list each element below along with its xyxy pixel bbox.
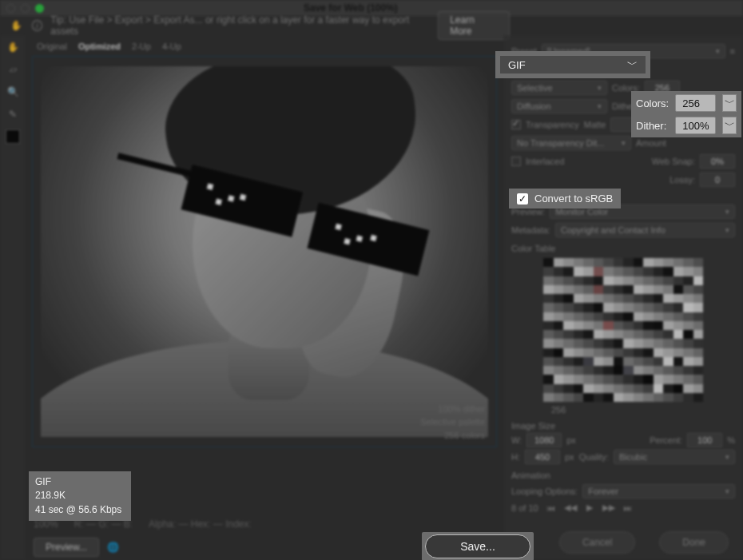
color-swatch[interactable] (603, 330, 614, 339)
color-swatch[interactable] (673, 258, 684, 267)
color-swatch[interactable] (543, 294, 554, 303)
color-swatch[interactable] (574, 348, 584, 357)
color-swatch[interactable] (583, 384, 594, 393)
color-swatch[interactable] (683, 258, 693, 267)
color-swatch[interactable] (563, 321, 574, 330)
color-swatch[interactable] (683, 366, 693, 375)
color-swatch[interactable] (554, 303, 564, 312)
color-swatch[interactable] (543, 303, 554, 312)
color-swatch[interactable] (683, 330, 693, 339)
color-swatch[interactable] (673, 375, 684, 383)
color-swatch[interactable] (603, 258, 614, 267)
color-swatch[interactable] (543, 321, 554, 330)
color-swatch[interactable] (663, 393, 673, 402)
color-swatch[interactable] (603, 393, 614, 402)
preset-menu-icon[interactable]: ≡ (730, 46, 735, 56)
color-swatch[interactable] (554, 267, 564, 276)
tab-4up[interactable]: 4-Up (162, 42, 181, 51)
color-swatch[interactable] (693, 276, 704, 285)
color-swatch[interactable] (563, 303, 574, 312)
color-swatch[interactable] (634, 294, 644, 303)
color-swatch[interactable] (673, 285, 684, 294)
quality-select[interactable]: Bicubic▾ (614, 450, 735, 464)
color-swatch[interactable] (634, 258, 644, 267)
color-swatch[interactable] (654, 294, 664, 303)
color-swatch[interactable] (654, 258, 664, 267)
color-swatch[interactable] (663, 384, 673, 393)
color-swatch[interactable] (574, 285, 584, 294)
color-swatch[interactable] (683, 267, 693, 276)
color-swatch[interactable] (614, 348, 624, 357)
color-swatch[interactable] (683, 294, 693, 303)
color-swatch[interactable] (634, 276, 644, 285)
color-swatch[interactable] (543, 312, 554, 321)
color-swatch[interactable] (543, 375, 554, 383)
color-swatch[interactable] (614, 375, 624, 383)
color-swatch[interactable] (574, 357, 584, 366)
color-swatch[interactable] (663, 321, 673, 330)
color-swatch[interactable] (603, 348, 614, 357)
interlaced-checkbox[interactable] (511, 157, 521, 166)
lossy-input[interactable]: 0 (700, 173, 735, 187)
color-swatch[interactable] (683, 276, 693, 285)
color-swatch[interactable] (634, 393, 644, 402)
slice-select-tool-icon[interactable]: ▱ (6, 62, 20, 77)
minimize-window-icon[interactable] (21, 4, 30, 13)
color-swatch[interactable] (663, 276, 673, 285)
color-swatch[interactable] (654, 303, 664, 312)
color-swatch[interactable] (594, 393, 604, 402)
color-swatch[interactable] (623, 375, 634, 383)
color-swatch[interactable] (603, 384, 614, 393)
color-swatch[interactable] (594, 330, 604, 339)
color-swatch[interactable] (693, 393, 704, 402)
dither-stepper[interactable]: ﹀ (722, 117, 737, 134)
colors-stepper[interactable]: ﹀ (722, 94, 737, 112)
color-swatch[interactable] (643, 276, 654, 285)
color-swatch[interactable] (583, 339, 594, 348)
color-swatch[interactable] (623, 258, 634, 267)
color-swatch[interactable] (654, 339, 664, 348)
color-swatch[interactable] (583, 393, 594, 402)
metadata-select[interactable]: Copyright and Contact Info▾ (555, 223, 735, 237)
color-swatch[interactable] (574, 294, 584, 303)
color-swatch[interactable] (643, 384, 654, 393)
color-swatch[interactable] (594, 357, 604, 366)
color-swatch[interactable] (543, 330, 554, 339)
color-swatch[interactable] (623, 267, 634, 276)
hand-tool-icon[interactable]: ✋ (10, 18, 24, 33)
color-swatch[interactable] (673, 303, 684, 312)
color-swatch[interactable] (554, 321, 564, 330)
color-swatch[interactable] (643, 285, 654, 294)
convert-srgb-checkbox[interactable]: ✓ (517, 193, 528, 205)
color-swatch[interactable] (673, 321, 684, 330)
color-swatch[interactable] (543, 258, 554, 267)
color-swatch[interactable] (654, 393, 664, 402)
color-swatch[interactable] (673, 339, 684, 348)
color-swatch[interactable] (583, 303, 594, 312)
color-swatch[interactable] (693, 357, 704, 366)
color-swatch[interactable] (543, 285, 554, 294)
color-swatch[interactable] (634, 285, 644, 294)
color-swatch[interactable] (614, 267, 624, 276)
tab-original[interactable]: Original (37, 42, 67, 51)
color-swatch[interactable] (693, 267, 704, 276)
color-swatch[interactable] (554, 366, 564, 375)
color-swatch[interactable] (693, 348, 704, 357)
color-swatch[interactable] (543, 384, 554, 393)
dither-input[interactable]: 100% (675, 117, 716, 134)
save-button[interactable]: Save... (425, 534, 530, 558)
color-swatch[interactable] (583, 258, 594, 267)
color-swatch[interactable] (614, 366, 624, 375)
color-swatch[interactable] (683, 393, 693, 402)
color-swatch[interactable] (623, 294, 634, 303)
color-swatch[interactable] (603, 276, 614, 285)
color-swatch[interactable] (614, 330, 624, 339)
color-swatch[interactable] (603, 285, 614, 294)
color-swatch[interactable] (634, 348, 644, 357)
color-swatch[interactable] (563, 294, 574, 303)
color-swatch[interactable] (614, 393, 624, 402)
color-swatch[interactable] (594, 375, 604, 383)
color-swatch[interactable] (583, 285, 594, 294)
color-swatch[interactable] (563, 366, 574, 375)
color-swatch[interactable] (603, 366, 614, 375)
